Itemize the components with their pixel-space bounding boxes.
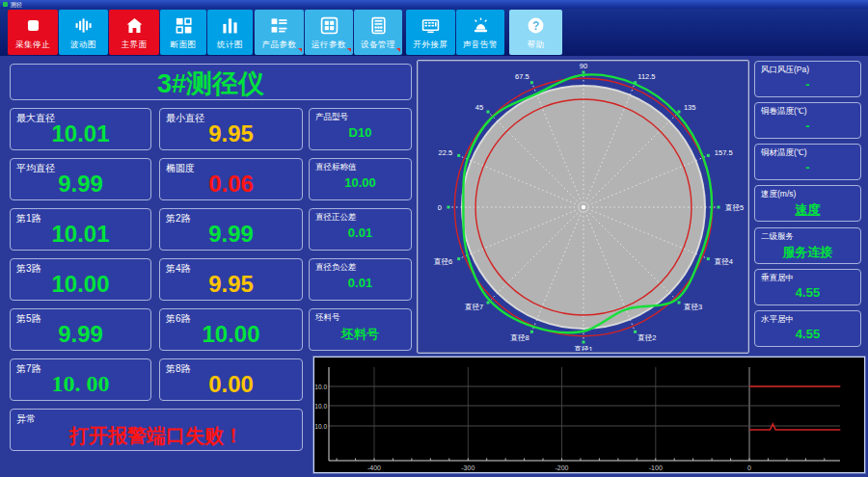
metric-value: D10 bbox=[310, 125, 411, 140]
x-tick-label: -400 bbox=[367, 464, 381, 471]
device-manage-icon bbox=[354, 16, 402, 35]
toolbar-button-5[interactable]: 统计图 bbox=[207, 10, 253, 55]
gauge-title: 3#测径仪 bbox=[11, 66, 411, 101]
toolbar-button-1[interactable]: 采集停止 bbox=[8, 10, 58, 55]
window-titlebar: 测径 bbox=[0, 0, 868, 9]
spoke-label: 67.5 bbox=[515, 72, 529, 81]
spoke-label: 直径5 bbox=[724, 203, 744, 212]
toolbar-button-label: 断面图 bbox=[160, 40, 206, 51]
metric-value: 0.00 bbox=[160, 371, 302, 398]
status-value: - bbox=[755, 160, 860, 174]
metric-box: 第2路9.99 bbox=[159, 208, 303, 251]
run-params-icon bbox=[305, 16, 353, 35]
metric-label: 坯料号 bbox=[315, 312, 340, 324]
metric-value: 9.95 bbox=[160, 271, 302, 298]
status-value: - bbox=[755, 119, 860, 133]
metric-box: 第6路10.00 bbox=[159, 308, 303, 351]
metric-label: 直径正公差 bbox=[315, 212, 357, 224]
toolbar-button-7[interactable]: 运行参数 bbox=[305, 10, 353, 55]
status-label: 速度(m/s) bbox=[761, 189, 796, 200]
app-icon bbox=[3, 2, 8, 7]
help-icon: ? bbox=[509, 16, 562, 35]
metric-box: 最大直径10.01 bbox=[10, 108, 151, 150]
metric-value: 10. 00 bbox=[11, 371, 150, 397]
metric-box: 第5路9.99 bbox=[10, 308, 151, 351]
hmi-main-window: { "window": { "title": "测径" }, "colors":… bbox=[0, 0, 868, 477]
metric-value: 9.99 bbox=[11, 171, 150, 198]
exception-panel: 异常 打开报警端口失败！ bbox=[10, 409, 303, 451]
metric-value: 0.01 bbox=[310, 225, 411, 240]
spoke-label: 直径7 bbox=[464, 303, 483, 311]
metric-value: 坯料号 bbox=[310, 326, 411, 343]
status-value: 服务连接 bbox=[755, 244, 860, 261]
toolbar-button-3[interactable]: 主界面 bbox=[109, 10, 159, 55]
metric-label: 直径负公差 bbox=[315, 262, 357, 274]
spoke-label: 直径4 bbox=[714, 257, 733, 266]
metric-box: 第3路10.00 bbox=[10, 258, 151, 301]
metric-value: 10.01 bbox=[11, 120, 150, 147]
toolbar-button-label: 帮助 bbox=[509, 40, 562, 51]
trend-panel: -400-300-200-100010.010.010.0 bbox=[313, 357, 865, 473]
toolbar-button-4[interactable]: 断面图 bbox=[160, 10, 206, 55]
metric-box: 第7路10. 00 bbox=[10, 358, 151, 401]
metric-value: 0.06 bbox=[160, 171, 302, 198]
y-tick-label: 10.0 bbox=[314, 423, 327, 430]
spoke-end-marker bbox=[707, 154, 710, 157]
toolbar-button-label: 主界面 bbox=[109, 40, 159, 51]
metric-value: 10.01 bbox=[11, 221, 150, 248]
status-label: 垂直居中 bbox=[761, 273, 794, 284]
toolbar-button-6[interactable]: 产品参数 bbox=[255, 10, 304, 55]
toolbar-button-label: 采集停止 bbox=[8, 40, 58, 51]
toolbar-button-label: 产品参数 bbox=[255, 40, 304, 51]
spoke-label: 直径6 bbox=[433, 257, 452, 266]
exception-message: 打开报警端口失败！ bbox=[11, 423, 302, 449]
toolbar-button-2[interactable]: 波动图 bbox=[59, 10, 108, 55]
status-box: 水平居中4.55 bbox=[754, 310, 861, 347]
metric-value: 10.00 bbox=[310, 175, 411, 190]
spoke-end-marker bbox=[457, 257, 460, 260]
status-box: 速度(m/s)速度 bbox=[754, 185, 861, 222]
spoke-label: 45 bbox=[475, 103, 483, 112]
status-box: 垂直居中4.55 bbox=[754, 269, 861, 305]
toolbar-button-label: 统计图 bbox=[207, 40, 253, 51]
spoke-label: 157.5 bbox=[715, 148, 733, 157]
toolbar-button-8[interactable]: 设备管理 bbox=[354, 10, 402, 55]
stop-icon bbox=[8, 16, 58, 35]
status-value: 4.55 bbox=[755, 327, 860, 341]
toolbar-button-11[interactable]: ?帮助 bbox=[509, 10, 562, 55]
x-tick-label: -300 bbox=[461, 464, 475, 471]
spoke-end-marker bbox=[707, 257, 710, 260]
status-value[interactable]: 速度 bbox=[755, 201, 860, 219]
main-toolbar: 采集停止波动图主界面断面图统计图产品参数运行参数设备管理开外接屏声音告警?帮助 bbox=[0, 9, 868, 56]
metric-box: 第1路10.01 bbox=[10, 208, 151, 251]
spoke-label: 90 bbox=[580, 62, 587, 70]
spoke-end-marker bbox=[448, 206, 450, 209]
spoke-label: 直径2 bbox=[637, 333, 656, 342]
spoke-label: 135 bbox=[684, 103, 696, 112]
window-title: 测径 bbox=[11, 2, 22, 8]
y-tick-label: 10.0 bbox=[314, 403, 327, 410]
cross-section-panel: 直径5157.5135112.59067.54522.50直径6直径7直径8直径… bbox=[417, 60, 749, 354]
metric-box: 产品型号D10 bbox=[309, 108, 412, 150]
external-screen-icon bbox=[406, 16, 455, 35]
toolbar-button-10[interactable]: 声音告警 bbox=[456, 10, 504, 55]
status-box: 铜材温度(℃)- bbox=[754, 144, 861, 180]
waveform-icon bbox=[59, 16, 108, 35]
status-box: 铜卷温度(℃)- bbox=[754, 102, 861, 139]
trend-chart: -400-300-200-100010.010.010.0 bbox=[314, 358, 864, 472]
metric-value: 9.95 bbox=[160, 120, 302, 147]
spoke-end-marker bbox=[530, 331, 533, 333]
metric-box: 平均直径9.99 bbox=[10, 158, 151, 200]
metric-value: 10.00 bbox=[11, 271, 150, 298]
spoke-label: 直径8 bbox=[510, 333, 529, 342]
status-label: 铜卷温度(℃) bbox=[761, 106, 807, 118]
svg-text:?: ? bbox=[532, 19, 539, 33]
barchart-icon bbox=[207, 16, 253, 35]
x-tick-label: -200 bbox=[555, 464, 568, 471]
metric-box: 第8路0.00 bbox=[159, 358, 303, 401]
toolbar-button-9[interactable]: 开外接屏 bbox=[406, 10, 455, 55]
metric-box: 第4路9.95 bbox=[159, 258, 303, 301]
spoke-end-marker bbox=[678, 111, 681, 114]
metric-box: 直径标称值10.00 bbox=[309, 158, 412, 200]
gauge-title-panel: 3#测径仪 bbox=[10, 64, 412, 100]
